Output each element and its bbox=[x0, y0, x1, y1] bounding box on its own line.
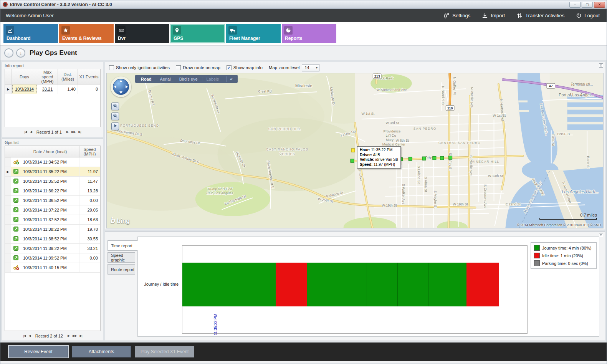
transfer-icon bbox=[516, 13, 523, 18]
review-event-button[interactable]: Review Event bbox=[9, 346, 68, 357]
info-col-x1-events[interactable]: X1 Events bbox=[78, 69, 100, 84]
gps-row[interactable]: 10/3/2014 11:37:52 PM18.63 bbox=[5, 215, 100, 225]
minimize-button[interactable]: – bbox=[569, 2, 581, 8]
gear-icon bbox=[443, 13, 450, 18]
power-icon bbox=[576, 13, 582, 18]
pager-prev-button[interactable]: ◀ bbox=[30, 130, 32, 134]
info-days-link[interactable]: 10/3/2014 bbox=[12, 84, 37, 94]
chart-tab-route-report[interactable]: Route report bbox=[108, 264, 135, 275]
gps-row[interactable]: 10/3/2014 11:38:52 PM30.55 bbox=[5, 234, 100, 244]
pager-next-button[interactable]: ▶ bbox=[68, 334, 69, 338]
gps-date-cell: 10/3/2014 11:39:52 PM bbox=[21, 253, 79, 263]
gps-marker-green[interactable] bbox=[409, 157, 412, 160]
chart-tab-speed-graphic[interactable]: Speed graphic bbox=[108, 252, 135, 263]
gps-row[interactable]: 10/3/2014 11:36:22 PM13.28 bbox=[5, 186, 100, 196]
gps-row[interactable]: ▶10/3/2014 11:35:22 PM11.97 bbox=[5, 167, 100, 177]
nav-tile-events-reviews[interactable]: Events & Reviews bbox=[59, 24, 114, 43]
gps-row[interactable]: 10/3/2014 11:34:52 PM bbox=[5, 157, 100, 167]
checkbox-show-map-info[interactable]: ✔Show map info bbox=[227, 65, 263, 70]
maximize-button[interactable]: ▢ bbox=[582, 2, 593, 8]
info-col-max-speed-mph[interactable]: Max speed (MPH) bbox=[37, 69, 58, 84]
top-action-transfer-activities[interactable]: Transfer Activities bbox=[516, 13, 564, 18]
gps-marker-green[interactable] bbox=[440, 156, 444, 160]
pager-next-button[interactable]: ▶| bbox=[78, 130, 81, 134]
chart-tab-time-report[interactable]: Time report bbox=[108, 240, 138, 251]
attachments-button[interactable]: Attachments bbox=[72, 346, 131, 357]
pager-prev-button[interactable]: ◀ bbox=[29, 334, 31, 338]
nav-tile-reports[interactable]: Reports bbox=[282, 24, 336, 43]
footer-bar: Review EventAttachmentsPlay Selected X1 … bbox=[0, 342, 607, 361]
gps-row[interactable]: 10/3/2014 11:40:15 PM bbox=[5, 263, 100, 273]
pager-prev-button[interactable]: |◀ bbox=[23, 334, 25, 338]
gps-col-date[interactable]: Date / hour (local) bbox=[21, 146, 79, 157]
gps-row[interactable]: 10/3/2014 11:39:22 PM33.21 bbox=[5, 244, 100, 253]
chart-panel-maximize-button[interactable] bbox=[599, 233, 603, 237]
gps-marker-green[interactable] bbox=[351, 159, 354, 162]
nav-tile-fleet-manager[interactable]: Fleet Manager bbox=[226, 24, 281, 43]
nav-tile-dvr[interactable]: Dvr bbox=[115, 24, 169, 43]
top-action-import[interactable]: Import bbox=[482, 13, 505, 18]
map-zoom-controls bbox=[111, 103, 119, 130]
gps-col-speed[interactable]: Speed (MPH) bbox=[79, 146, 100, 157]
map-style-labels[interactable]: Labels bbox=[202, 77, 223, 81]
gps-marker-green[interactable] bbox=[449, 156, 452, 159]
gps-speed-cell: 0.00 bbox=[79, 196, 100, 205]
close-button[interactable]: ✕ bbox=[594, 2, 605, 8]
info-maxspeed-link[interactable]: 33.21 bbox=[37, 84, 58, 94]
nav-tile-dashboard[interactable]: Dashboard bbox=[3, 24, 58, 43]
map-options: Show only ignition activitiesDraw route … bbox=[107, 63, 597, 72]
map-compass-control[interactable] bbox=[111, 76, 131, 97]
tooltip-line: Driver: Al B bbox=[360, 153, 398, 158]
map-label: SAN PEDRO HILL bbox=[268, 127, 301, 131]
import-icon bbox=[482, 13, 488, 18]
map-label: W 6th St bbox=[396, 139, 409, 142]
chart-cursor-line[interactable] bbox=[213, 246, 213, 333]
map-style-bird-s-eye[interactable]: Bird's eye bbox=[175, 77, 202, 81]
pager-next-button[interactable]: ▶| bbox=[79, 334, 82, 338]
info-col-days[interactable]: Days bbox=[12, 69, 37, 84]
gps-point-icon bbox=[13, 207, 19, 213]
chart-segment-divider bbox=[367, 263, 367, 306]
nav-tile-gps[interactable]: GPS bbox=[170, 24, 225, 43]
map-zoom-select[interactable]: 14▼ bbox=[302, 64, 319, 71]
gps-row[interactable]: 10/3/2014 11:37:22 PM29.05 bbox=[5, 205, 100, 215]
chart-segment-idle bbox=[276, 263, 307, 306]
info-col-dist-miles[interactable]: Dist. (Miles) bbox=[58, 69, 78, 84]
map-label: Lit'l Co bbox=[385, 134, 396, 137]
map-style-road[interactable]: Road bbox=[137, 77, 156, 81]
gps-row[interactable]: 10/3/2014 11:35:52 PM11.47 bbox=[5, 177, 100, 186]
gps-marker-yellow[interactable] bbox=[351, 149, 355, 152]
tooltip-line: Hour: 11:35:22 PM bbox=[360, 148, 398, 153]
map-label: S Crescent Ave bbox=[483, 184, 487, 208]
top-actions: SettingsImportTransfer ActivitiesLogout bbox=[443, 13, 600, 18]
gps-row[interactable]: 10/3/2014 11:38:22 PM19.70 bbox=[5, 225, 100, 234]
gps-row[interactable]: 10/3/2014 11:39:52 PM0.00 bbox=[5, 253, 100, 263]
collapse-button[interactable]: ↓ bbox=[16, 48, 25, 58]
map-pan-button[interactable] bbox=[111, 122, 119, 130]
gps-date-cell: 10/3/2014 11:37:22 PM bbox=[21, 205, 79, 215]
pager-prev-button[interactable]: |◀ bbox=[24, 130, 26, 134]
map-label: W 19th St bbox=[453, 202, 468, 206]
top-action-settings[interactable]: Settings bbox=[443, 13, 470, 18]
map-panel-maximize-button[interactable] bbox=[599, 63, 603, 68]
chart-legend: Journey time: 4 min (80%)Idle time: 1 mi… bbox=[531, 242, 597, 269]
gps-marker-green[interactable] bbox=[422, 157, 426, 160]
back-button[interactable]: ← bbox=[4, 48, 13, 58]
gps-row[interactable]: 10/3/2014 11:36:52 PM0.00 bbox=[5, 196, 100, 205]
pager-next-button[interactable]: ▶▶ bbox=[71, 130, 75, 134]
checkbox-draw-route-on-map[interactable]: Draw route on map bbox=[176, 65, 220, 70]
map-zoom-in-button[interactable] bbox=[111, 103, 119, 110]
checkbox-show-only-ignition-activities[interactable]: Show only ignition activities bbox=[109, 65, 170, 70]
map-canvas[interactable]: MiralestePeck ParkW Summerland AveCrest … bbox=[107, 73, 603, 228]
map-label: VERDES bbox=[280, 152, 295, 156]
pager-next-button[interactable]: ▶ bbox=[66, 130, 68, 134]
top-action-logout[interactable]: Logout bbox=[576, 13, 600, 18]
map-container[interactable]: MiralestePeck ParkW Summerland AveCrest … bbox=[106, 73, 604, 228]
gps-marker-green[interactable] bbox=[433, 156, 436, 160]
info-report-row[interactable]: ▶10/3/201433.211.400 bbox=[5, 84, 100, 94]
map-zoom-out-button[interactable] bbox=[111, 113, 119, 120]
pager-next-button[interactable]: ▶▶ bbox=[73, 334, 76, 338]
map-style-aerial[interactable]: Aerial bbox=[156, 77, 175, 81]
map-navbar-collapse-button[interactable]: « bbox=[226, 76, 236, 82]
map-zoom-label: Map zoom level bbox=[269, 65, 300, 70]
